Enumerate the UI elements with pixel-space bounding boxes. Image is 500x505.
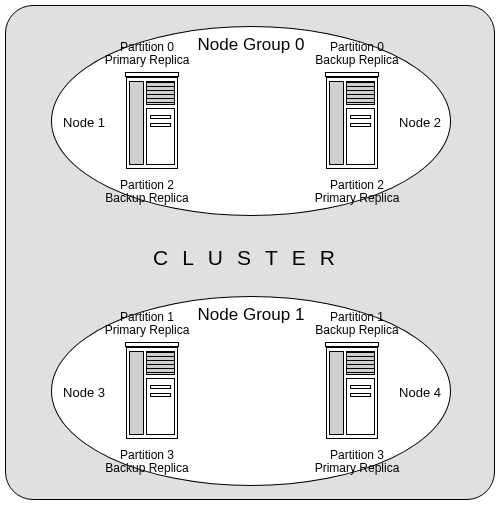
- partition-name: Partition 1: [330, 310, 384, 324]
- server-icon: [126, 77, 178, 169]
- node-4-label: Node 4: [385, 385, 455, 400]
- ng1-bottom-left-label: Partition 3 Backup Replica: [92, 449, 202, 475]
- node-group-1: Node Group 1 Partition 1 Primary Replica…: [51, 296, 451, 486]
- replica-role: Backup Replica: [105, 191, 188, 205]
- partition-name: Partition 0: [120, 40, 174, 54]
- server-icon: [326, 77, 378, 169]
- partition-name: Partition 3: [330, 448, 384, 462]
- cluster-container: Node Group 0 Partition 0 Primary Replica…: [5, 5, 495, 500]
- replica-role: Primary Replica: [315, 461, 400, 475]
- ng0-bottom-right-label: Partition 2 Primary Replica: [302, 179, 412, 205]
- ng1-top-left-label: Partition 1 Primary Replica: [92, 311, 202, 337]
- ng1-bottom-right-label: Partition 3 Primary Replica: [302, 449, 412, 475]
- partition-name: Partition 2: [330, 178, 384, 192]
- node-group-0: Node Group 0 Partition 0 Primary Replica…: [51, 26, 451, 216]
- partition-name: Partition 2: [120, 178, 174, 192]
- partition-name: Partition 0: [330, 40, 384, 54]
- replica-role: Backup Replica: [105, 461, 188, 475]
- replica-role: Backup Replica: [315, 323, 398, 337]
- replica-role: Backup Replica: [315, 53, 398, 67]
- server-icon: [326, 347, 378, 439]
- cluster-label: CLUSTER: [6, 246, 496, 270]
- node-2-label: Node 2: [385, 115, 455, 130]
- replica-role: Primary Replica: [105, 53, 190, 67]
- node-1-label: Node 1: [49, 115, 119, 130]
- partition-name: Partition 1: [120, 310, 174, 324]
- node-3-label: Node 3: [49, 385, 119, 400]
- replica-role: Primary Replica: [105, 323, 190, 337]
- partition-name: Partition 3: [120, 448, 174, 462]
- ng0-bottom-left-label: Partition 2 Backup Replica: [92, 179, 202, 205]
- replica-role: Primary Replica: [315, 191, 400, 205]
- ng0-top-right-label: Partition 0 Backup Replica: [302, 41, 412, 67]
- ng1-top-right-label: Partition 1 Backup Replica: [302, 311, 412, 337]
- server-icon: [126, 347, 178, 439]
- ng0-top-left-label: Partition 0 Primary Replica: [92, 41, 202, 67]
